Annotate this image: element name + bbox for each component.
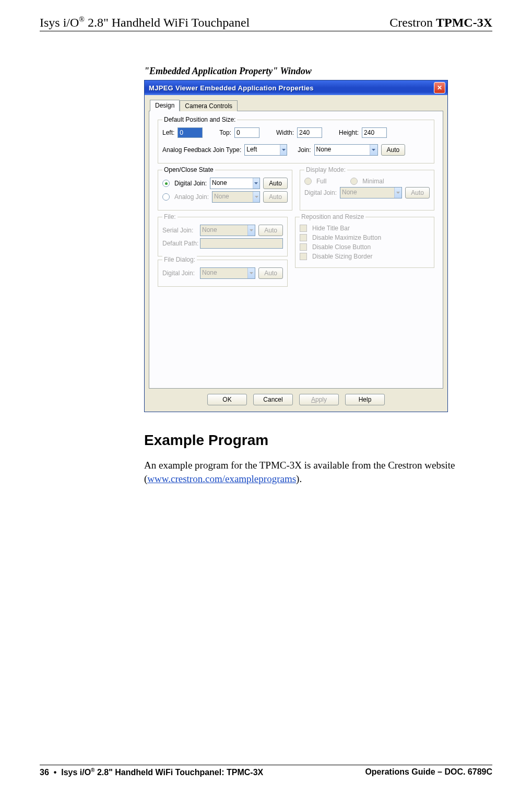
analog-feedback-label: Analog Feedback Join Type: [162,146,241,154]
chevron-down-icon [247,268,255,278]
group-title: Reposition and Resize [300,213,365,220]
group-open-close: Open/Close State Digital Join: Auto [158,170,292,211]
close-icon[interactable]: ✕ [434,82,445,93]
cancel-button[interactable]: Cancel [253,394,293,405]
auto-button: Auto [405,187,430,198]
page-number: 36 [40,768,49,777]
help-button[interactable]: Help [345,394,385,405]
group-title: Default Position and Size: [162,116,237,123]
group-title: Display Mode: [304,166,347,173]
join-value[interactable] [315,145,370,154]
group-default-position: Default Position and Size: Left: Top: Wi… [158,120,434,163]
bullet: • [54,768,57,777]
auto-button[interactable]: Auto [381,144,406,156]
section-heading: Example Program [144,432,492,449]
tab-camera-controls[interactable]: Camera Controls [180,100,238,111]
analog-join-combo [212,191,260,203]
disable-sizing-checkbox [300,253,307,260]
body-paragraph: An example program for the TPMC-3X is av… [144,459,492,485]
titlebar[interactable]: MJPEG Viewer Embedded Application Proper… [145,80,447,95]
analog-feedback-combo[interactable] [244,144,287,156]
footer-left-suffix: 2.8" Handheld WiFi Touchpanel: TPMC-3X [94,768,263,777]
chevron-down-icon [247,225,255,236]
header-left-prefix: Isys i/O [40,16,79,29]
group-file: File: Serial Join: Auto [158,217,288,256]
registered-mark: ® [79,16,85,24]
page-header: Isys i/O® 2.8" Handheld WiFi Touchpanel … [40,16,492,31]
footer-right: Operations Guide – DOC. 6789C [365,767,492,777]
header-left: Isys i/O® 2.8" Handheld WiFi Touchpanel [40,16,250,30]
disable-close-checkbox [300,243,307,251]
tab-panel-design: Default Position and Size: Left: Top: Wi… [149,111,443,389]
left-input[interactable] [178,127,203,138]
group-display-mode: Display Mode: Full Minimal Digital Join: [300,170,434,211]
group-reposition-resize: Reposition and Resize Hide Title Bar Dis… [295,217,434,268]
digital-join-label: Digital Join: [304,189,337,196]
footer-left-prefix: Isys i/O [61,768,91,777]
auto-button: Auto [263,191,288,203]
header-right-prefix: Crestron [389,16,436,29]
serial-join-label: Serial Join: [162,227,197,234]
serial-join-combo [200,225,255,236]
chevron-down-icon[interactable] [370,145,377,155]
titlebar-text: MJPEG Viewer Embedded Application Proper… [147,84,314,92]
full-label: Full [316,178,326,185]
digital-join-combo [200,267,255,279]
digital-join-combo[interactable] [210,178,260,189]
group-title: File: [162,213,178,220]
digital-join-label: Digital Join: [162,270,197,277]
digital-join-combo [340,187,402,198]
digital-join-value [340,188,394,197]
minimal-label: Minimal [362,178,384,185]
hide-titlebar-checkbox [300,225,307,232]
height-label: Height: [339,129,359,136]
group-title: File Dialog: [162,256,197,263]
analog-feedback-value[interactable] [245,145,280,154]
disable-sizing-label: Disable Sizing Border [312,253,372,260]
body-text-post: ). [296,473,302,484]
minimal-radio [350,178,358,185]
dialog-window: MJPEG Viewer Embedded Application Proper… [144,80,448,412]
top-label: Top: [219,129,231,136]
ok-button[interactable]: OK [207,394,247,405]
width-input[interactable] [297,127,322,138]
full-radio [304,178,312,185]
tab-design[interactable]: Design [150,100,180,111]
chevron-down-icon[interactable] [280,145,287,155]
height-input[interactable] [362,127,387,138]
header-right: Crestron TPMC-3X [389,16,492,30]
header-right-model: TPMC-3X [436,16,492,29]
auto-button[interactable]: Auto [263,178,288,189]
dialog-button-row: OK Cancel Apply Help [149,394,443,405]
default-path-label: Default Path: [162,240,197,247]
left-label: Left: [162,129,174,136]
chevron-down-icon [253,192,260,202]
tab-bar: Design Camera Controls [150,99,443,111]
serial-join-value [200,225,247,235]
analog-join-radio[interactable] [162,193,170,201]
group-file-dialog: File Dialog: Digital Join: Auto [158,260,288,287]
auto-button: Auto [258,267,283,279]
apply-button-rest: pply [315,396,327,403]
analog-join-value [212,192,253,201]
hide-titlebar-label: Hide Title Bar [312,225,350,232]
join-combo[interactable] [314,144,378,156]
disable-maximize-label: Disable Maximize Button [312,234,381,241]
footer-left: 36 • Isys i/O® 2.8" Handheld WiFi Touchp… [40,767,263,777]
figure-caption: "Embedded Application Property" Window [144,66,492,77]
join-label: Join: [298,146,311,154]
disable-close-label: Disable Close Button [312,243,371,251]
digital-join-value [200,268,247,277]
header-left-suffix: 2.8" Handheld WiFi Touchpanel [85,16,250,29]
apply-button: Apply [299,394,339,405]
digital-join-radio[interactable] [162,180,170,187]
width-label: Width: [276,129,294,136]
digital-join-label: Digital Join: [174,180,207,187]
group-title: Open/Close State [162,166,215,173]
chevron-down-icon[interactable] [253,178,260,189]
top-input[interactable] [234,127,259,138]
page-footer: 36 • Isys i/O® 2.8" Handheld WiFi Touchp… [40,765,492,777]
example-programs-link[interactable]: www.crestron.com/exampleprograms [147,473,296,484]
digital-join-value[interactable] [210,178,253,188]
chevron-down-icon [394,188,401,198]
